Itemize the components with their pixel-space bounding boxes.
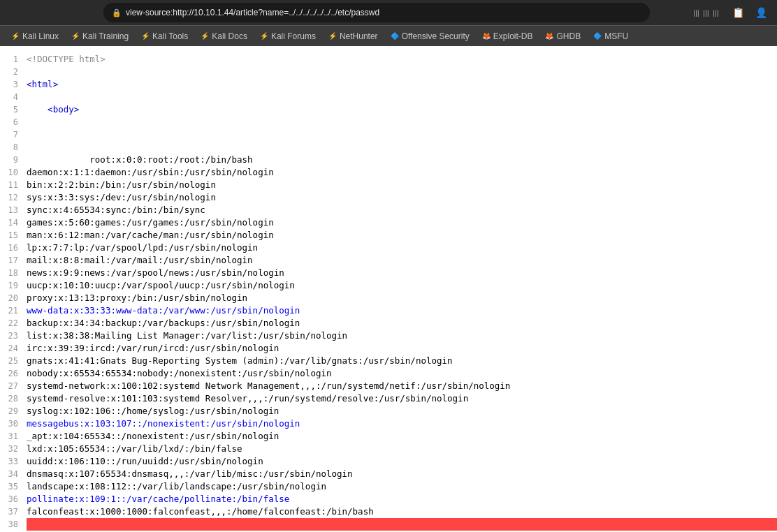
line-number: 31 [0,430,27,443]
star-icon[interactable] [678,10,683,15]
msfu-icon: 🔷 [593,32,602,40]
line-number: 33 [0,455,27,468]
line-content: nobody:x:65534:65534:nobody:/nonexistent… [27,367,777,380]
line-content [27,128,777,141]
home-button[interactable] [78,3,98,22]
line-content: proxy:x:13:13:proxy:/bin:/usr/sbin/nolog… [27,292,777,304]
line-content: list:x:38:38:Mailing List Manager:/var/l… [27,330,777,342]
profile-icon[interactable]: 👤 [753,4,770,21]
line-content: uuidd:x:106:110::/run/uuidd:/usr/sbin/no… [27,455,777,468]
table-row: 23list:x:38:38:Mailing List Manager:/var… [0,330,777,342]
line-number: 24 [0,342,27,355]
offensive-security-icon: 🔷 [391,32,399,40]
line-content: gnats:x:41:41:Gnats Bug-Reporting System… [27,355,777,367]
table-row: 6 [0,116,777,128]
line-number: 27 [0,380,27,392]
table-row: 29syslog:x:102:106::/home/syslog:/usr/sb… [0,405,777,418]
line-number: 32 [0,443,27,455]
line-content: backup:x:34:34:backup:/var/backups:/usr/… [27,317,777,330]
bookmark-ghdb[interactable]: 🦊 GHDB [539,29,586,43]
menu-dots[interactable] [655,10,661,15]
line-number: 6 [0,116,27,128]
bookmark-kali-linux[interactable]: ⚡ Kali Linux [6,29,64,43]
table-row: 22backup:x:34:34:backup:/var/backups:/us… [0,317,777,330]
line-content: sys:x:3:3:sys:/dev:/usr/sbin/nologin [27,191,777,204]
line-content [27,66,777,78]
line-content: www-data:x:33:33:www-data:/var/www:/usr/… [27,304,777,317]
bookmark-msfu-label: MSFU [604,31,628,41]
line-content: sync:x:4:65534:sync:/bin:/bin/sync [27,204,777,216]
bookmark-kali-training[interactable]: ⚡ Kali Training [66,29,134,43]
line-content: messagebus:x:103:107::/nonexistent:/usr/… [27,418,777,430]
reader-icon[interactable]: 📋 [729,4,747,21]
kali-docs-icon: ⚡ [201,32,209,40]
table-row: 14games:x:5:60:games:/usr/games:/usr/sbi… [0,216,777,229]
bookmark-nethunter-label: NetHunter [340,31,378,41]
table-row: 35landscape:x:108:112::/var/lib/landscap… [0,480,777,493]
back-button[interactable] [7,3,27,22]
bookmark-kali-forums[interactable]: ⚡ Kali Forums [254,29,321,43]
table-row: 30messagebus:x:103:107::/nonexistent:/us… [0,418,777,430]
line-number: 12 [0,191,27,204]
line-number: 7 [0,128,27,141]
address-bar-container[interactable]: 🔒 [103,3,650,22]
reload-button[interactable] [55,3,74,22]
exploit-db-icon: 🦊 [482,32,491,40]
line-content: games:x:5:60:games:/usr/games:/usr/sbin/… [27,216,777,229]
table-row: 2 [0,66,777,78]
address-bar[interactable] [126,8,641,17]
line-content: daemon:x:1:1:daemon:/usr/sbin:/usr/sbin/… [27,166,777,179]
table-row: 26nobody:x:65534:65534:nobody:/nonexiste… [0,367,777,380]
table-row: 13sync:x:4:65534:sync:/bin:/bin/sync [0,204,777,216]
line-number: 10 [0,166,27,179]
bookmark-nethunter[interactable]: ⚡ NetHunter [323,29,384,43]
bookmark-ghdb-label: GHDB [556,31,581,41]
table-row: 36pollinate:x:109:1::/var/cache/pollinat… [0,493,777,505]
table-row: 31_apt:x:104:65534::/nonexistent:/usr/sb… [0,430,777,443]
line-content: systemd-network:x:100:102:systemd Networ… [27,380,777,392]
line-content [27,91,777,103]
line-number: 15 [0,229,27,242]
line-content: lxd:x:105:65534::/var/lib/lxd/:/bin/fals… [27,443,777,455]
forward-button[interactable] [31,3,50,22]
line-number: 16 [0,242,27,254]
bookmark-offensive-security[interactable]: 🔷 Offensive Security [385,29,475,43]
bookmark-kali-docs-label: Kali Docs [212,31,247,41]
table-row: 10daemon:x:1:1:daemon:/usr/sbin:/usr/sbi… [0,166,777,179]
table-row: 21www-data:x:33:33:www-data:/var/www:/us… [0,304,777,317]
line-content: bin:x:2:2:bin:/bin:/usr/sbin/nologin [27,179,777,191]
bookmark-exploit-db[interactable]: 🦊 Exploit-DB [477,29,539,43]
table-row: 33uuidd:x:106:110::/run/uuidd:/usr/sbin/… [0,455,777,468]
line-content: uucp:x:10:10:uucp:/var/spool/uucp:/usr/s… [27,279,777,292]
line-number: 21 [0,304,27,317]
table-row: 38 [0,518,777,531]
nethunter-icon: ⚡ [328,32,337,40]
line-content: dnsmasq:x:107:65534:dnsmasq,,,:/var/lib/… [27,468,777,480]
bookmark-kali-forums-label: Kali Forums [271,31,316,41]
bookmarks-bar: ⚡ Kali Linux ⚡ Kali Training ⚡ Kali Tool… [0,25,777,46]
table-row: 7 [0,128,777,141]
table-row: 8 [0,141,777,154]
line-content: landscape:x:108:112::/var/lib/landscape:… [27,480,777,493]
kali-linux-icon: ⚡ [11,32,20,40]
line-number: 23 [0,330,27,342]
bookmark-kali-docs[interactable]: ⚡ Kali Docs [195,29,253,43]
shield-icon[interactable] [667,10,672,15]
bookmarks-icon[interactable]: ⫼⫼⫼ [689,4,724,21]
table-row: 16lp:x:7:7:lp:/var/spool/lpd:/usr/sbin/n… [0,242,777,254]
line-number: 26 [0,367,27,380]
line-content: <html> [27,78,777,91]
table-row: 25gnats:x:41:41:Gnats Bug-Reporting Syst… [0,355,777,367]
source-view: 1<!DOCTYPE html>23<html>45 <body>6789 ro… [0,46,777,532]
title-bar: 🔒 ⫼⫼⫼ 📋 👤 [0,0,777,25]
bookmark-kali-tools[interactable]: ⚡ Kali Tools [136,29,194,43]
bookmark-kali-tools-label: Kali Tools [152,31,188,41]
table-row: 19uucp:x:10:10:uucp:/var/spool/uucp:/usr… [0,279,777,292]
line-number: 5 [0,103,27,116]
bookmark-msfu[interactable]: 🔷 MSFU [588,29,634,43]
table-row: 3<html> [0,78,777,91]
nav-buttons [7,3,98,22]
table-row: 27systemd-network:x:100:102:systemd Netw… [0,380,777,392]
table-row: 9 root:x:0:0:root:/root:/bin/bash [0,154,777,166]
table-row: 12sys:x:3:3:sys:/dev:/usr/sbin/nologin [0,191,777,204]
